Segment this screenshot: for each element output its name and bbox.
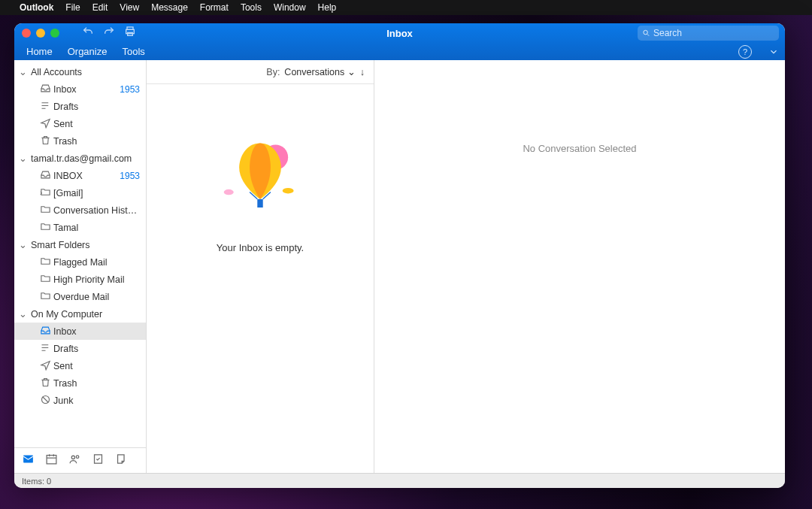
folder-sidebar: ⌄ All Accounts Inbox 1953 Drafts Sent <box>14 60 147 473</box>
nav-switcher <box>14 447 146 473</box>
search-field[interactable] <box>638 26 779 41</box>
sent-icon <box>40 359 51 373</box>
sidebar-item-tamal[interactable]: Tamal <box>14 219 146 236</box>
reading-pane: No Conversation Selected <box>374 60 785 473</box>
menu-file[interactable]: File <box>65 2 80 13</box>
section-label: Smart Folders <box>31 240 140 250</box>
print-button[interactable] <box>124 26 136 41</box>
sidebar-section-account[interactable]: ⌄ tamal.tr.das@gmail.com <box>14 150 146 167</box>
empty-inbox-text: Your Inbox is empty. <box>217 242 304 253</box>
sidebar-item-label: Inbox <box>53 84 114 95</box>
draft-icon <box>40 100 51 114</box>
chevron-down-icon[interactable]: ⌄ <box>17 153 28 164</box>
svg-point-12 <box>71 456 74 459</box>
sidebar-item-flagged-mail[interactable]: Flagged Mail <box>14 253 146 271</box>
sidebar-item-local-sent[interactable]: Sent <box>14 357 146 374</box>
chevron-down-icon[interactable]: ⌄ <box>17 66 28 77</box>
sidebar-item-account-inbox[interactable]: INBOX 1953 <box>14 167 146 184</box>
sort-by-label: By: <box>266 67 280 77</box>
unread-count: 1953 <box>120 84 140 95</box>
message-list-header: By: Conversations ⌄ ↓ <box>147 60 374 84</box>
sidebar-item-label: Trash <box>53 136 140 147</box>
folder-icon <box>40 186 51 200</box>
svg-line-6 <box>43 396 49 402</box>
menu-window[interactable]: Window <box>274 2 306 13</box>
sidebar-section-smart-folders[interactable]: ⌄ Smart Folders <box>14 236 146 253</box>
nav-tasks-button[interactable] <box>92 453 105 468</box>
chevron-down-icon[interactable]: ⌄ <box>17 308 28 320</box>
nav-calendar-button[interactable] <box>45 453 58 468</box>
message-list-pane: By: Conversations ⌄ ↓ Your Inbox is empt… <box>147 60 374 473</box>
trash-icon <box>40 377 51 390</box>
menu-view[interactable]: View <box>120 2 139 13</box>
sort-direction-button[interactable]: ↓ <box>360 67 365 77</box>
window-controls <box>20 29 59 38</box>
folder-icon <box>40 221 51 235</box>
sidebar-item-label: Drafts <box>53 101 140 112</box>
menu-message[interactable]: Message <box>151 2 188 13</box>
nav-mail-button[interactable] <box>22 453 35 468</box>
trash-icon <box>40 135 51 148</box>
sidebar-item-label: Tamal <box>53 223 140 233</box>
sidebar-item-drafts[interactable]: Drafts <box>14 98 146 115</box>
ribbon-options-chevron-icon[interactable] <box>768 47 779 57</box>
undo-button[interactable] <box>82 26 94 41</box>
sidebar-item-local-junk[interactable]: Junk <box>14 392 146 409</box>
close-window-button[interactable] <box>22 29 31 38</box>
help-button[interactable]: ? <box>738 45 752 59</box>
sidebar-item-label: Conversation History <box>53 205 140 216</box>
inbox-icon <box>40 325 51 338</box>
sidebar-item-local-trash[interactable]: Trash <box>14 374 146 392</box>
reading-placeholder: No Conversation Selected <box>523 143 636 154</box>
sidebar-item-label: Trash <box>53 378 140 389</box>
ribbon-tab-organize[interactable]: Organize <box>68 46 108 57</box>
unread-count: 1953 <box>120 171 140 181</box>
menu-edit[interactable]: Edit <box>92 2 108 13</box>
sidebar-item-label: Sent <box>53 119 140 129</box>
message-list-body: Your Inbox is empty. <box>147 84 374 473</box>
sidebar-item-trash[interactable]: Trash <box>14 132 146 150</box>
sidebar-section-all-accounts[interactable]: ⌄ All Accounts <box>14 63 146 80</box>
menu-help[interactable]: Help <box>318 2 337 13</box>
nav-notes-button[interactable] <box>115 453 128 468</box>
inbox-icon <box>40 169 51 183</box>
search-input[interactable] <box>653 28 774 38</box>
sidebar-item-local-inbox[interactable]: Inbox <box>14 323 146 340</box>
ribbon-tab-home[interactable]: Home <box>26 46 53 57</box>
sort-dropdown[interactable]: Conversations ⌄ <box>284 66 355 77</box>
outlook-window: Inbox Home Organize Tools ? ⌄ All Accoun… <box>14 23 785 488</box>
svg-rect-16 <box>257 199 262 208</box>
empty-inbox-illustration <box>211 129 309 227</box>
app-menu[interactable]: Outlook <box>20 2 53 13</box>
sidebar-item-label: INBOX <box>53 171 114 181</box>
nav-people-button[interactable] <box>68 453 81 468</box>
sidebar-item-local-drafts[interactable]: Drafts <box>14 340 146 357</box>
sidebar-section-on-my-computer[interactable]: ⌄ On My Computer <box>14 305 146 323</box>
junk-icon <box>40 394 51 408</box>
inbox-icon <box>40 83 51 96</box>
folder-icon <box>40 290 51 304</box>
chevron-down-icon[interactable]: ⌄ <box>17 239 28 250</box>
redo-button[interactable] <box>103 26 115 41</box>
sidebar-item-inbox[interactable]: Inbox 1953 <box>14 80 146 98</box>
folder-icon <box>40 204 51 217</box>
svg-rect-7 <box>23 456 33 463</box>
sidebar-item-sent[interactable]: Sent <box>14 115 146 132</box>
sidebar-item-overdue[interactable]: Overdue Mail <box>14 288 146 305</box>
sidebar-item-conversation-history[interactable]: Conversation History <box>14 201 146 219</box>
svg-rect-8 <box>47 456 56 464</box>
sidebar-item-label: Junk <box>53 395 140 406</box>
draft-icon <box>40 342 51 356</box>
sidebar-item-high-priority[interactable]: High Priority Mail <box>14 271 146 288</box>
ribbon-tab-tools[interactable]: Tools <box>122 46 144 57</box>
menu-format[interactable]: Format <box>200 2 229 13</box>
svg-point-13 <box>76 456 79 459</box>
menu-tools[interactable]: Tools <box>241 2 262 13</box>
search-icon <box>642 29 650 38</box>
sent-icon <box>40 117 51 131</box>
sidebar-item-gmail-folder[interactable]: › [Gmail] <box>14 184 146 201</box>
zoom-window-button[interactable] <box>50 29 59 38</box>
sidebar-item-label: [Gmail] <box>53 188 140 198</box>
sidebar-item-label: Inbox <box>53 326 140 337</box>
minimize-window-button[interactable] <box>36 29 45 38</box>
